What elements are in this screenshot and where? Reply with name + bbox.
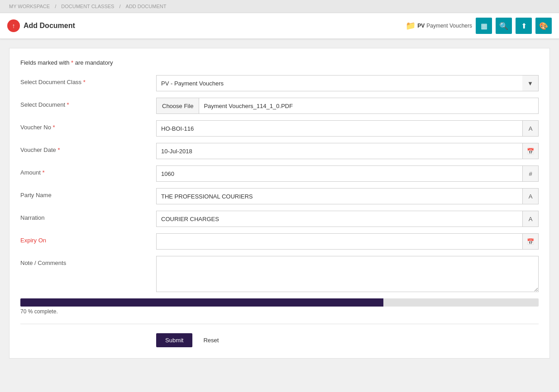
upload-icon: ↑ [7,19,20,32]
breadcrumb-item-add-document: ADD DOCUMENT [126,4,167,9]
party-name-action-button[interactable]: A [522,188,539,204]
search-icon: 🔍 [499,22,508,30]
progress-bar [20,298,539,307]
file-input-wrap: Choose File Payment Vouchers_114_1_0.PDF [156,98,539,114]
folder-icon: 📁 [406,21,416,31]
breadcrumb-separator: / [55,4,56,9]
mandatory-note: Fields marked with * are mandatory [20,59,539,66]
document-class-indicator: 📁 PV Payment Vouchers [406,21,472,31]
amount-row: Amount # [20,165,539,182]
narration-text-icon: A [529,216,533,222]
text-icon: A [529,125,533,132]
search-button[interactable]: 🔍 [496,18,512,34]
page-title: Add Document [24,22,75,30]
narration-label: Narration [20,211,156,221]
amount-label: Amount [20,165,156,176]
party-name-label: Party Name [20,188,156,198]
breadcrumb-separator: / [119,4,120,9]
expiry-on-row: Expiry On 📅 [20,233,539,250]
narration-action-button[interactable]: A [522,211,539,227]
note-comments-row: Note / Comments [20,256,539,292]
page-title-wrap: ↑ Add Document [7,19,75,32]
document-class-row: Select Document Class PV - Payment Vouch… [20,75,539,91]
breadcrumb: MY WORKSPACE / DOCUMENT CLASSES / ADD DO… [0,0,559,13]
calendar-icon-button[interactable]: 📅 [522,143,539,159]
submit-button[interactable]: Submit [156,333,192,347]
voucher-no-action-button[interactable]: A [522,120,539,137]
voucher-date-row: Voucher Date 📅 [20,143,539,159]
select-document-row: Select Document Choose File Payment Vouc… [20,98,539,114]
reset-button[interactable]: Reset [196,333,226,347]
breadcrumb-item-document-classes[interactable]: DOCUMENT CLASSES [61,4,114,9]
payment-vouchers-label: Payment Vouchers [426,23,472,29]
amount-action-button[interactable]: # [522,165,539,182]
form-actions: Submit Reset [20,333,539,347]
narration-row: Narration A [20,211,539,227]
document-class-select-wrap: PV - Payment Vouchers ▼ [156,75,539,91]
note-comments-label: Note / Comments [20,256,156,266]
voucher-date-label: Voucher Date [20,143,156,153]
amount-input[interactable] [156,165,522,182]
voucher-no-control: A [156,120,539,137]
document-class-control: PV - Payment Vouchers ▼ [156,75,539,91]
expiry-calendar-button[interactable]: 📅 [522,233,539,250]
upload-arrow-icon: ⬆ [521,22,527,30]
progress-bar-fill [20,298,383,307]
voucher-no-label: Voucher No [20,120,156,131]
note-comments-control [156,256,539,292]
hash-icon: # [529,170,532,177]
expiry-on-input[interactable] [156,233,522,250]
amount-control: # [156,165,539,182]
narration-input[interactable] [156,211,522,227]
grid-view-button[interactable]: ▦ [476,18,492,34]
party-name-input[interactable] [156,188,522,204]
form-divider [20,324,539,324]
select-document-control: Choose File Payment Vouchers_114_1_0.PDF [156,98,539,114]
palette-button[interactable]: 🎨 [535,18,552,34]
header-actions: 📁 PV Payment Vouchers ▦ 🔍 ⬆ 🎨 [406,18,552,34]
party-name-control: A [156,188,539,204]
grid-icon: ▦ [481,22,487,30]
voucher-no-input[interactable] [156,120,522,137]
breadcrumb-item-workspace[interactable]: MY WORKSPACE [9,4,50,9]
select-document-label: Select Document [20,98,156,108]
voucher-date-input[interactable] [156,143,522,159]
progress-text: 70 % complete. [20,308,539,315]
choose-file-button[interactable]: Choose File [157,98,199,113]
expiry-on-label: Expiry On [20,233,156,244]
progress-section: 70 % complete. [20,298,539,315]
calendar-icon: 📅 [527,148,534,155]
pv-label: PV [417,23,425,29]
main-form-area: Fields marked with * are mandatory Selec… [9,48,550,359]
document-class-select[interactable]: PV - Payment Vouchers [156,75,539,91]
voucher-no-row: Voucher No A [20,120,539,137]
page-header: ↑ Add Document 📁 PV Payment Vouchers ▦ 🔍… [0,13,559,39]
expiry-calendar-icon: 📅 [527,238,534,245]
party-name-row: Party Name A [20,188,539,204]
palette-icon: 🎨 [539,22,548,30]
note-comments-textarea[interactable] [156,256,539,292]
document-class-label: Select Document Class [20,75,156,85]
expiry-on-control: 📅 [156,233,539,250]
file-name-display: Payment Vouchers_114_1_0.PDF [199,103,297,109]
voucher-date-control: 📅 [156,143,539,159]
text-a-icon: A [529,193,533,200]
upload-button[interactable]: ⬆ [516,18,532,34]
narration-control: A [156,211,539,227]
